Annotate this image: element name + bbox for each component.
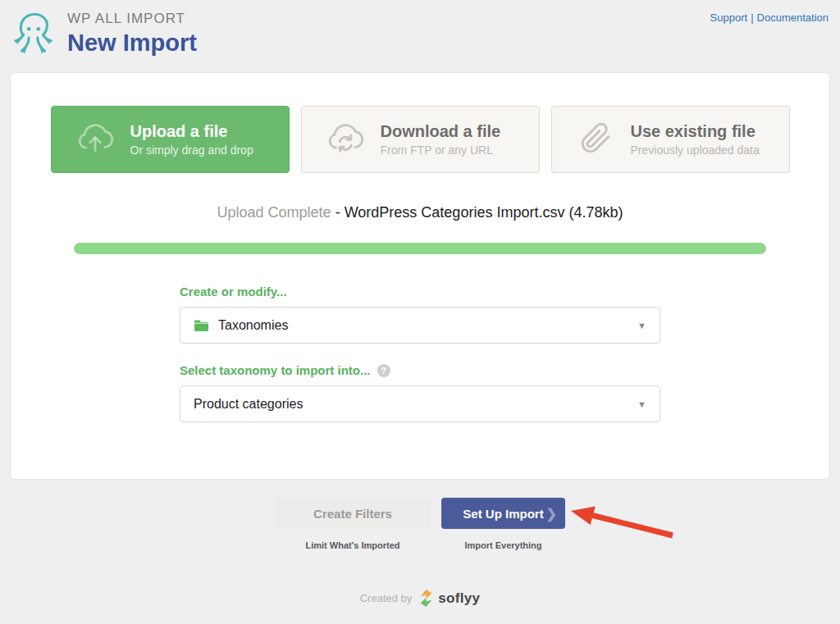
create-or-modify-label: Create or modify... [180,285,660,298]
existing-option-title: Use existing file [631,122,760,141]
create-or-modify-select[interactable]: Taxonomies ▼ [180,307,660,344]
paperclip-icon [575,119,616,160]
cloud-download-icon [325,119,366,160]
select-taxonomy-label: Select taxonomy to import into... [180,363,371,377]
upload-progress-bar [74,243,766,254]
import-form: Create or modify... Taxonomies ▼ Select … [180,285,660,422]
uploaded-file-name: WordPress Categories Import.csv (4.78kb) [345,204,623,221]
create-filters-button[interactable]: Create Filters [275,498,431,529]
existing-option-subtitle: Previously uploaded data [631,143,760,157]
taxonomy-value: Product categories [194,397,303,412]
brand-name: WP ALL IMPORT [67,11,197,27]
header-links: Support|Documentation [710,11,829,24]
documentation-link[interactable]: Documentation [757,11,829,24]
set-up-import-sublabel: Import Everything [464,540,541,550]
taxonomy-label-row: Select taxonomy to import into... ? [180,363,660,377]
download-option-title: Download a file [381,122,501,141]
soflyy-brand-name: soflyy [438,590,480,607]
soflyy-link[interactable]: soflyy [418,589,480,608]
progress-fill [74,243,766,254]
set-up-import-label: Set Up Import [463,507,543,521]
download-option-subtitle: From FTP or any URL [381,143,501,157]
create-or-modify-value: Taxonomies [218,318,288,333]
upload-status-text: Upload Complete [217,204,331,221]
created-by-text: Created by [360,592,413,604]
octopus-logo-icon [10,8,57,59]
upload-a-file-button[interactable]: Upload a file Or simply drag and drop [51,106,290,173]
import-card: Upload a file Or simply drag and drop Do… [10,72,830,480]
soflyy-logo-icon [418,589,434,608]
upload-option-subtitle: Or simply drag and drop [130,143,253,157]
chevron-down-icon: ▼ [637,321,646,330]
set-up-import-button[interactable]: Set Up Import ❯ [441,498,565,529]
create-filters-sublabel: Limit What's Imported [305,540,399,550]
folder-icon [194,319,209,332]
status-separator: - [336,204,340,221]
help-icon[interactable]: ? [377,364,390,377]
chevron-down-icon: ▼ [637,399,646,409]
upload-status-line: Upload Complete - WordPress Categories I… [11,204,829,221]
cloud-upload-icon [75,119,116,160]
taxonomy-select[interactable]: Product categories ▼ [180,385,660,422]
use-existing-file-button[interactable]: Use existing file Previously uploaded da… [551,106,790,173]
page-title: New Import [67,30,197,57]
app-header: WP ALL IMPORT New Import [10,8,197,59]
page-footer: Created by soflyy [0,589,840,608]
upload-options-row: Upload a file Or simply drag and drop Do… [11,106,829,173]
download-a-file-button[interactable]: Download a file From FTP or any URL [301,106,540,173]
support-link[interactable]: Support [710,11,748,24]
upload-option-title: Upload a file [130,122,253,141]
link-separator: | [751,11,753,24]
actions-row: Create Filters Limit What's Imported Set… [0,498,840,550]
chevron-right-icon: ❯ [546,506,557,522]
